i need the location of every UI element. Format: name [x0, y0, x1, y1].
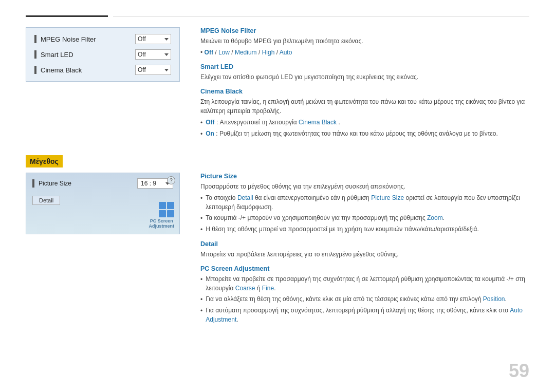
- mpeg-opt-separator4: /: [274, 49, 279, 56]
- auto-adjustment-link: Auto Adjustment: [206, 307, 523, 323]
- top-rule-right: [113, 16, 529, 16]
- pc-screen-section-title: PC Screen Adjustment: [200, 265, 529, 272]
- cinema-black-label: Cinema Black: [41, 66, 135, 74]
- mpeg-value: Off: [138, 35, 162, 43]
- pca-bullet2: • Για να αλλάξετε τη θέση της οθόνης, κά…: [200, 294, 529, 304]
- picture-size-row: Picture Size 16 : 9: [32, 178, 173, 189]
- pc-screen-line2: Adjustment: [149, 223, 175, 229]
- cinema-black-value: Off: [138, 66, 162, 73]
- pca-bullet3-text: Για αυτόματη προσαρμογή της συχνότητας, …: [206, 306, 529, 324]
- pca-bullet1-text: Μπορείτε να προβείτε σε προσαρμογή της σ…: [206, 274, 529, 293]
- mpeg-opt-high: High: [262, 49, 275, 56]
- cinema-black-desc1: Στη λειτουργία ταινίας, η επιλογή αυτή μ…: [200, 97, 529, 116]
- pca-bullet-dot-3: •: [200, 306, 202, 315]
- bullet1-end: .: [338, 119, 340, 126]
- cinema-black-link: Cinema Black: [299, 119, 337, 126]
- ps-bullet3-text: Η θέση της οθόνης μπορεί να προσαρμοστεί…: [206, 225, 479, 234]
- picture-size-label: Picture Size: [39, 180, 137, 187]
- smart-led-label: Smart LED: [41, 51, 135, 59]
- cinema-black-indicator: [34, 66, 36, 74]
- cinema-black-bullet1-text: Off : Απενεργοποιεί τη λειτουργία Cinema…: [206, 118, 340, 127]
- ps-bullet2-text: Τα κουμπιά -/+ μπορούν να χρησιμοποιηθού…: [206, 213, 445, 222]
- top-rule-area: [26, 15, 529, 17]
- top-rule-left: [26, 15, 108, 17]
- detail-section-title: Detail: [200, 240, 529, 248]
- mpeg-arrow-icon: [164, 38, 169, 41]
- cinema-black-row: Cinema Black Off: [34, 65, 171, 75]
- mpeg-opt-separator1: /: [213, 49, 218, 56]
- pc-screen-label: PC Screen Adjustment: [149, 218, 175, 229]
- mpeg-indicator: [34, 35, 36, 43]
- mpeg-section-title: MPEG Noise Filter: [200, 27, 529, 34]
- bottom-section: Μέγεθος ? Picture Size 16 : 9 Det: [26, 155, 529, 330]
- mpeg-opt-separator3: /: [257, 49, 262, 56]
- cinema-black-section-title: Cinema Black: [200, 88, 529, 95]
- ps-bullet1-text: Το στοιχείο Detail θα είναι απενεργοποιη…: [206, 193, 529, 212]
- smart-led-section-title: Smart LED: [200, 63, 529, 70]
- mpeg-opt-auto: Auto: [280, 49, 292, 56]
- ps-bullet2: • Τα κουμπιά -/+ μπορούν να χρησιμοποιηθ…: [200, 213, 529, 223]
- ps-bullet1: • Το στοιχείο Detail θα είναι απενεργοπο…: [200, 193, 529, 212]
- grid-cell-1: [159, 202, 166, 209]
- right-column-upper: MPEG Noise Filter Μειώνει το θόρυβο MPEG…: [200, 27, 529, 145]
- grid-icon: [159, 202, 174, 217]
- smart-led-arrow-icon: [164, 53, 169, 56]
- help-icon[interactable]: ?: [167, 176, 175, 184]
- bullet-dot-2: •: [200, 129, 202, 139]
- picture-size-section: Picture Size Προσαρμόστε το μέγεθος οθόν…: [200, 173, 529, 234]
- on-link: On: [206, 130, 214, 137]
- upper-main-layout: MPEG Noise Filter Off Smart LED Off: [26, 27, 529, 145]
- cinema-black-bullet2: • On : Ρυθμίζει τη μείωση της φωτεινότητ…: [200, 129, 529, 139]
- coarse-link: Coarse: [235, 285, 255, 292]
- picture-size-section-title: Picture Size: [200, 173, 529, 180]
- ps-bullet3: • Η θέση της οθόνης μπορεί να προσαρμοστ…: [200, 225, 529, 234]
- pca-bullet-dot-1: •: [200, 275, 202, 284]
- mpeg-noise-filter-row: MPEG Noise Filter Off: [34, 34, 171, 44]
- mpeg-dropdown[interactable]: Off: [135, 34, 171, 44]
- megethoc-label: Μέγεθος: [26, 155, 63, 167]
- smart-led-dropdown[interactable]: Off: [135, 49, 171, 60]
- cinema-black-dropdown[interactable]: Off: [135, 65, 171, 75]
- off-suffix: : Απενεργοποιεί τη λειτουργία: [216, 119, 299, 126]
- bullet-dot-1: •: [200, 118, 202, 127]
- pc-screen-line1: PC Screen: [150, 218, 173, 223]
- picture-size-link: Picture Size: [371, 194, 404, 201]
- cinema-black-bullet1: • Off : Απενεργοποιεί τη λειτουργία Cine…: [200, 118, 529, 127]
- mpeg-section: MPEG Noise Filter Μειώνει το θόρυβο MPEG…: [200, 27, 529, 57]
- detail-section-desc: Μπορείτε να προβάλετε λεπτομέρειες για τ…: [200, 250, 529, 259]
- mpeg-options-line: • Off / Low / Medium / High / Auto: [200, 48, 529, 57]
- mpeg-label: MPEG Noise Filter: [41, 35, 135, 43]
- bottom-left: ? Picture Size 16 : 9 Detail: [26, 173, 180, 330]
- left-column-upper: MPEG Noise Filter Off Smart LED Off: [26, 27, 180, 145]
- picture-size-indicator: [32, 179, 34, 188]
- pca-bullet2-text: Για να αλλάξετε τη θέση της οθόνης, κάντ…: [206, 294, 507, 304]
- zoom-link: Zoom: [427, 214, 443, 221]
- mpeg-opt-separator2: /: [230, 49, 235, 56]
- picture-size-value: 16 : 9: [141, 180, 163, 187]
- bottom-right: Picture Size Προσαρμόστε το μέγεθος οθόν…: [200, 173, 529, 330]
- mpeg-opt-low: Low: [218, 49, 230, 56]
- detail-section: Detail Μπορείτε να προβάλετε λεπτομέρειε…: [200, 240, 529, 259]
- ps-bullet-dot-2: •: [200, 214, 202, 223]
- bottom-layout: ? Picture Size 16 : 9 Detail: [26, 173, 529, 330]
- cinema-black-arrow-icon: [164, 69, 169, 71]
- pca-bullet1: • Μπορείτε να προβείτε σε προσαρμογή της…: [200, 274, 529, 293]
- page-container: MPEG Noise Filter Off Smart LED Off: [0, 0, 555, 392]
- pc-screen-section: PC Screen Adjustment • Μπορείτε να προβε…: [200, 265, 529, 324]
- smart-led-indicator: [34, 50, 36, 59]
- position-link: Position: [483, 295, 505, 303]
- fine-link: Fine: [262, 285, 274, 292]
- mpeg-opt-medium: Medium: [235, 49, 257, 56]
- grid-cell-3: [159, 210, 166, 217]
- smart-led-section: Smart LED Ελέγχει τον οπίσθιο φωτισμό LE…: [200, 63, 529, 82]
- detail-link-1: Detail: [237, 194, 253, 201]
- smart-led-row: Smart LED Off: [34, 49, 171, 60]
- smart-led-value: Off: [138, 51, 162, 58]
- detail-button[interactable]: Detail: [32, 196, 60, 205]
- cinema-black-section: Cinema Black Στη λειτουργία ταινίας, η ε…: [200, 88, 529, 139]
- ps-bullet-dot-1: •: [200, 194, 202, 203]
- page-number: 59: [509, 360, 529, 382]
- cinema-black-bullet2-text: On : Ρυθμίζει τη μείωση της φωτεινότητας…: [206, 129, 498, 138]
- pc-screen-area: PC Screen Adjustment: [149, 202, 175, 229]
- grid-cell-4: [167, 210, 174, 217]
